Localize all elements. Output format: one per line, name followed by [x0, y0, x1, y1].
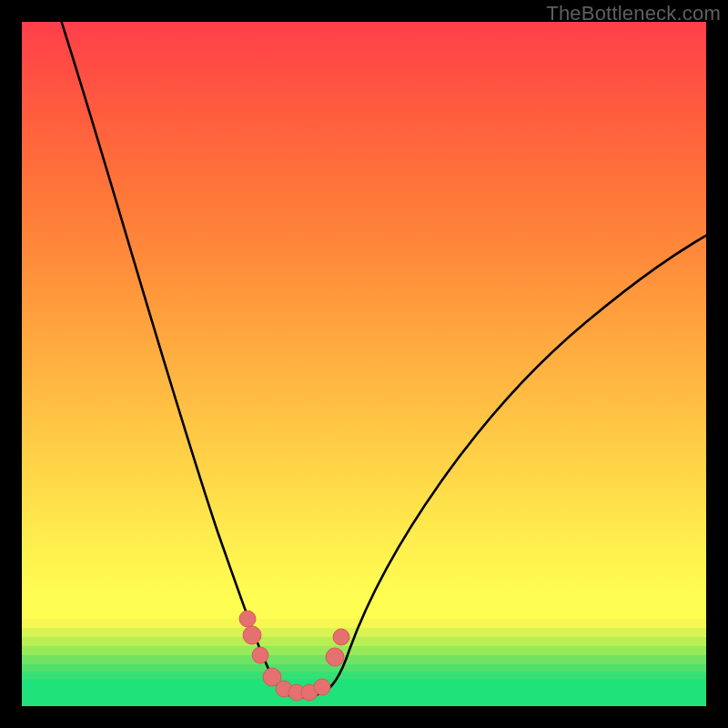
svg-point-4 [276, 681, 292, 697]
svg-point-9 [333, 629, 349, 645]
bottleneck-curve [22, 22, 706, 706]
svg-point-2 [252, 647, 268, 663]
watermark-text: TheBottleneck.com [546, 2, 721, 25]
svg-point-6 [301, 684, 318, 701]
svg-point-5 [288, 684, 305, 701]
valley-curve [60, 22, 706, 697]
svg-point-0 [239, 611, 256, 627]
svg-point-3 [263, 668, 281, 686]
svg-point-1 [243, 626, 261, 644]
svg-point-7 [314, 679, 330, 695]
marker-cluster [239, 611, 349, 701]
svg-point-8 [326, 648, 344, 666]
plot-area [22, 22, 706, 706]
